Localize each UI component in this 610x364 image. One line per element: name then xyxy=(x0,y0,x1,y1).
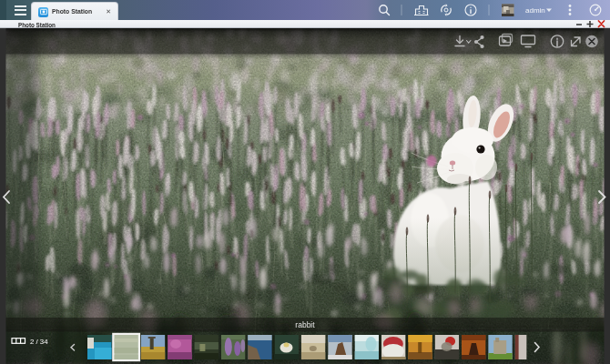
svg-text:2 / 34: 2 / 34 xyxy=(30,338,48,346)
svg-text:admin: admin xyxy=(525,6,545,15)
svg-text:rabbit: rabbit xyxy=(295,320,315,329)
